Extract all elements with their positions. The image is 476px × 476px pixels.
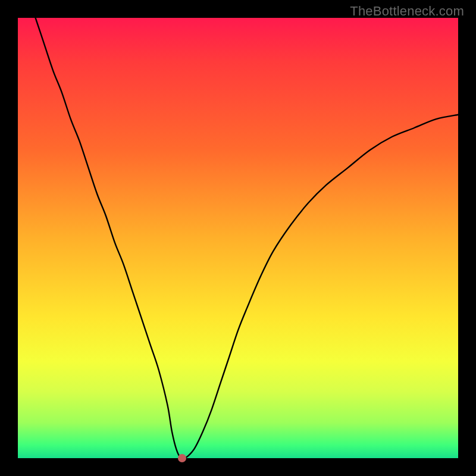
minimum-marker: [178, 454, 186, 462]
bottleneck-curve: [36, 18, 458, 459]
chart-frame: TheBottleneck.com: [0, 0, 476, 476]
watermark-text: TheBottleneck.com: [350, 4, 464, 19]
plot-area: [18, 18, 458, 458]
curve-svg: [18, 18, 458, 458]
